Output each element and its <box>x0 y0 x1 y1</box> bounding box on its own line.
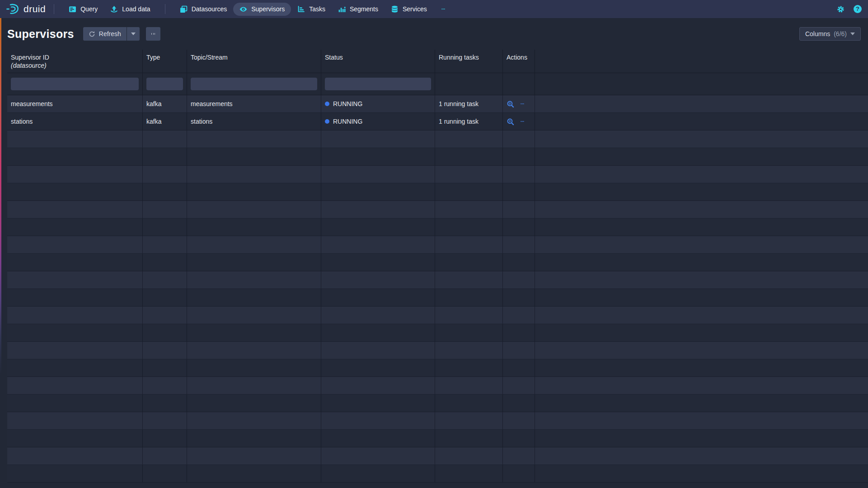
nav-item-load-data[interactable]: Load data <box>104 3 156 16</box>
table-row: stations kafka stations RUNNING 1 runnin… <box>7 113 868 130</box>
nav-item-label: Datasources <box>192 5 227 13</box>
nav-more-button[interactable] <box>433 5 453 14</box>
gear-icon[interactable] <box>837 5 845 13</box>
cell-supervisor-id: stations <box>7 113 143 130</box>
nav-item-label: Load data <box>122 5 150 13</box>
status-text: RUNNING <box>333 118 362 125</box>
filter-cell-empty <box>503 73 535 95</box>
table-body: measurements kafka measurements RUNNING … <box>7 95 868 483</box>
column-header-actions: Actions <box>503 50 535 73</box>
status-running-dot-icon <box>325 102 329 106</box>
more-icon[interactable] <box>519 120 526 123</box>
search-template-icon[interactable] <box>507 118 514 125</box>
table-row-empty <box>7 465 868 483</box>
chevron-down-icon <box>131 33 136 35</box>
toolbar: Supervisors Refresh Columns (6/6) <box>0 18 868 47</box>
column-header-filler <box>535 50 868 73</box>
table-filter-row <box>7 73 868 95</box>
table-row-empty <box>7 447 868 465</box>
nav-separator <box>165 4 165 14</box>
refresh-icon <box>89 31 95 37</box>
table-row-empty <box>7 183 868 201</box>
more-icon <box>151 33 152 35</box>
cell-actions <box>503 113 535 130</box>
nav-right: ? <box>837 5 862 13</box>
column-header-running-tasks[interactable]: Running tasks <box>435 50 503 73</box>
filter-input-status[interactable] <box>325 78 431 90</box>
cell-running-tasks: 1 running task <box>435 95 503 113</box>
column-header-topic-stream[interactable]: Topic/Stream <box>187 50 321 73</box>
columns-dropdown-button[interactable]: Columns (6/6) <box>799 27 861 41</box>
table-row-empty <box>7 148 868 166</box>
table-row-empty <box>7 130 868 148</box>
chevron-down-icon <box>850 33 855 35</box>
table-row-empty <box>7 254 868 271</box>
more-icon <box>440 7 447 11</box>
table-row-empty <box>7 236 868 254</box>
cell-supervisor-id: measurements <box>7 95 143 113</box>
nav-item-tasks[interactable]: Tasks <box>291 3 332 16</box>
nav-item-supervisors[interactable]: Supervisors <box>233 3 291 16</box>
cell-topic-stream: measurements <box>187 95 321 113</box>
upload-icon <box>110 5 118 13</box>
segments-icon <box>338 5 346 13</box>
nav-item-datasources[interactable]: Datasources <box>174 3 234 16</box>
logo-text: druid <box>23 4 46 14</box>
druid-logo[interactable]: druid <box>6 3 46 15</box>
cell-type: kafka <box>143 95 187 113</box>
table-row: measurements kafka measurements RUNNING … <box>7 95 868 113</box>
filter-input-supervisor-id[interactable] <box>11 78 139 90</box>
tasks-icon <box>297 5 305 13</box>
table-row-empty <box>7 395 868 412</box>
refresh-interval-dropdown-button[interactable] <box>127 27 140 41</box>
columns-count: (6/6) <box>834 30 847 37</box>
table-row-empty <box>7 218 868 236</box>
table-row-empty <box>7 377 868 395</box>
filter-cell-empty <box>535 73 868 95</box>
nav-item-label: Supervisors <box>251 5 285 13</box>
cell-actions <box>503 95 535 113</box>
datasources-icon <box>180 5 188 13</box>
filter-cell-empty <box>435 73 503 95</box>
cell-filler <box>535 113 868 130</box>
nav-item-label: Segments <box>350 5 378 13</box>
table-row-empty <box>7 342 868 359</box>
column-header-status[interactable]: Status <box>321 50 435 73</box>
eye-icon <box>239 5 247 13</box>
status-running-dot-icon <box>325 119 329 124</box>
nav-item-query[interactable]: Query <box>62 3 104 16</box>
cell-type: kafka <box>143 113 187 130</box>
table-row-empty <box>7 430 868 447</box>
table-row-empty <box>7 201 868 218</box>
console-icon <box>69 5 76 13</box>
refresh-button[interactable]: Refresh <box>83 27 127 41</box>
services-icon <box>391 5 399 13</box>
table-row-empty <box>7 166 868 183</box>
nav-item-segments[interactable]: Segments <box>332 3 385 16</box>
supervisors-table: Supervisor ID (datasource) Type Topic/St… <box>7 50 868 483</box>
nav-item-label: Tasks <box>309 5 325 13</box>
table-row-empty <box>7 324 868 342</box>
nav-item-services[interactable]: Services <box>385 3 433 16</box>
nav-item-label: Services <box>403 5 427 13</box>
filter-input-type[interactable] <box>146 78 183 90</box>
help-icon[interactable]: ? <box>854 5 862 13</box>
status-text: RUNNING <box>333 100 362 107</box>
table-header-row: Supervisor ID (datasource) Type Topic/St… <box>7 50 868 73</box>
column-header-supervisor-id[interactable]: Supervisor ID (datasource) <box>7 50 143 73</box>
cell-running-tasks: 1 running task <box>435 113 503 130</box>
more-icon[interactable] <box>519 102 526 106</box>
cell-filler <box>535 95 868 113</box>
table-row-empty <box>7 307 868 324</box>
column-header-sublabel: (datasource) <box>11 62 47 69</box>
toolbar-more-button[interactable] <box>146 27 160 41</box>
top-navbar: druid Query Load data Datasources Superv… <box>0 0 868 18</box>
nav-items: Query Load data Datasources Supervisors … <box>62 3 453 16</box>
column-header-type[interactable]: Type <box>143 50 187 73</box>
cell-status: RUNNING <box>321 113 435 130</box>
filter-input-topic-stream[interactable] <box>191 78 317 90</box>
search-template-icon[interactable] <box>507 100 514 108</box>
window-edge-gradient <box>0 18 1 488</box>
druid-logo-icon <box>6 3 20 15</box>
cell-topic-stream: stations <box>187 113 321 130</box>
